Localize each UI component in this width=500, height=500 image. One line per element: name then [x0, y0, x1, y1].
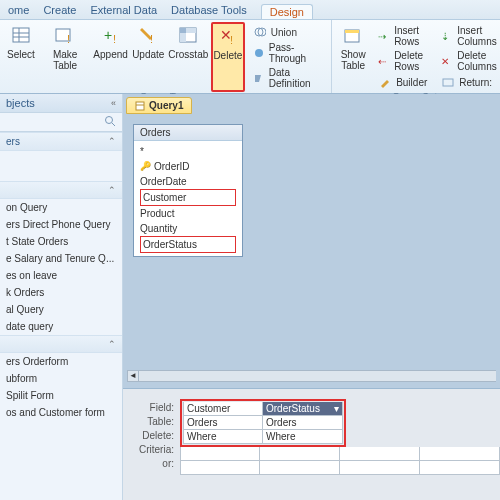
grid-cell[interactable]: Where	[263, 430, 343, 444]
nav-item[interactable]: ubform	[0, 370, 122, 387]
table-field-list: * 🔑OrderIDOrderDateCustomerProductQuanti…	[134, 141, 242, 256]
nav-item[interactable]: k Orders	[0, 284, 122, 301]
field-item[interactable]: 🔑OrderID	[140, 159, 236, 174]
field-item[interactable]: OrderDate	[140, 174, 236, 189]
data-definition-button[interactable]: Data Definition	[250, 66, 324, 90]
make-table-button[interactable]: ! Make Table	[40, 22, 90, 92]
svg-text:!: !	[113, 33, 116, 45]
svg-text:✕: ✕	[441, 56, 449, 67]
svg-point-17	[255, 49, 263, 57]
nav-item[interactable]: os and Customer form	[0, 404, 122, 421]
grid-cell[interactable]	[340, 461, 420, 475]
nav-item[interactable]: ers Direct Phone Query	[0, 216, 122, 233]
nav-category[interactable]: ⌃	[0, 335, 122, 353]
svg-text:!: !	[150, 33, 153, 45]
table-window[interactable]: Orders * 🔑OrderIDOrderDateCustomerProduc…	[133, 124, 243, 257]
query-design-canvas[interactable]: Orders * 🔑OrderIDOrderDateCustomerProduc…	[123, 114, 500, 388]
chevron-up-icon: ⌃	[108, 339, 116, 349]
builder-icon	[378, 75, 392, 89]
insert-cols-icon: ⇣	[441, 29, 453, 43]
grid-cell[interactable]: OrderStatus▾	[263, 402, 343, 416]
nav-item[interactable]: t State Orders	[0, 233, 122, 250]
dropdown-icon[interactable]: ▾	[334, 402, 339, 415]
crosstab-button[interactable]: Crosstab	[168, 22, 209, 92]
delete-rows-icon: ⇠	[378, 54, 390, 68]
grid-highlight: Customer OrderStatus▾ Orders Orders Wher…	[180, 399, 346, 447]
delete-columns-button[interactable]: ✕Delete Columns	[438, 49, 500, 73]
collapse-icon[interactable]: «	[111, 98, 116, 108]
append-button[interactable]: +! Append	[92, 22, 129, 92]
delete-rows-button[interactable]: ⇠Delete Rows	[375, 49, 430, 73]
tab-external-data[interactable]: External Data	[90, 4, 157, 19]
insert-rows-icon: ⇢	[378, 29, 390, 43]
nav-category[interactable]: ers⌃	[0, 132, 122, 151]
nav-item[interactable]: es on leave	[0, 267, 122, 284]
pass-through-button[interactable]: Pass-Through	[250, 41, 324, 65]
show-table-button[interactable]: Show Table	[336, 22, 370, 92]
svg-rect-0	[13, 28, 29, 42]
key-icon: 🔑	[140, 159, 151, 174]
insert-rows-button[interactable]: ⇢Insert Rows	[375, 24, 430, 48]
query-icon	[135, 101, 145, 111]
nav-search[interactable]	[0, 113, 122, 132]
tab-database-tools[interactable]: Database Tools	[171, 4, 247, 19]
scroll-left-icon[interactable]: ◄	[127, 370, 139, 382]
h-scrollbar[interactable]: ◄	[127, 370, 496, 382]
field-item[interactable]: Customer	[140, 189, 236, 206]
tab-home[interactable]: ome	[8, 4, 29, 19]
svg-rect-10	[180, 28, 186, 33]
return-icon	[441, 75, 455, 89]
table-title: Orders	[134, 125, 242, 141]
nav-item[interactable]: e Salary and Tenure Q...	[0, 250, 122, 267]
query-grid: Field: Table: Delete: Criteria: or: Cust…	[123, 388, 500, 500]
grid-cell[interactable]	[420, 447, 500, 461]
svg-rect-12	[186, 28, 196, 33]
svg-point-25	[106, 117, 113, 124]
svg-text:!: !	[230, 34, 233, 46]
field-all[interactable]: *	[140, 144, 236, 159]
svg-line-26	[112, 123, 115, 126]
insert-columns-button[interactable]: ⇣Insert Columns	[438, 24, 500, 48]
nav-item[interactable]: ers Orderform	[0, 353, 122, 370]
grid-cell[interactable]	[420, 461, 500, 475]
delete-icon: ✕!	[217, 26, 239, 48]
data-def-icon	[253, 71, 265, 85]
grid-cell[interactable]: Orders	[263, 416, 343, 430]
ribbon: Select ! Make Table +! Append ! Update C…	[0, 20, 500, 94]
nav-header[interactable]: bjects «	[0, 94, 122, 113]
field-item[interactable]: OrderStatus	[140, 236, 236, 253]
grid-cell[interactable]: Customer	[183, 402, 263, 416]
select-button[interactable]: Select	[4, 22, 38, 92]
nav-category[interactable]: ⌃	[0, 181, 122, 199]
grid-cell[interactable]	[180, 461, 260, 475]
workspace: bjects « ers⌃ ⌃ on Queryers Direct Phone…	[0, 94, 500, 500]
nav-item[interactable]: Spilit Form	[0, 387, 122, 404]
nav-item[interactable]: on Query	[0, 199, 122, 216]
svg-rect-27	[136, 102, 144, 110]
grid-cell[interactable]	[260, 461, 340, 475]
grid-row-labels: Field: Table: Delete: Criteria: or:	[123, 389, 178, 500]
pass-through-icon	[253, 46, 265, 60]
grid-cell[interactable]	[180, 447, 260, 461]
grid-cell[interactable]	[340, 447, 420, 461]
grid-cell[interactable]: Orders	[183, 416, 263, 430]
builder-button[interactable]: Builder	[375, 74, 430, 90]
grid-cell[interactable]: Where	[183, 430, 263, 444]
nav-item[interactable]: date query	[0, 318, 122, 335]
update-button[interactable]: ! Update	[131, 22, 166, 92]
union-button[interactable]: Union	[250, 24, 324, 40]
tab-design[interactable]: Design	[261, 4, 313, 19]
nav-item[interactable]: al Query	[0, 301, 122, 318]
field-item[interactable]: Product	[140, 206, 236, 221]
svg-text:+: +	[104, 27, 112, 43]
grid-cell[interactable]	[260, 447, 340, 461]
field-item[interactable]: Quantity	[140, 221, 236, 236]
delete-button[interactable]: ✕! Delete	[211, 22, 245, 92]
update-icon: !	[137, 25, 159, 47]
search-icon	[104, 115, 116, 127]
query-tab[interactable]: Query1	[126, 97, 192, 114]
return-button[interactable]: Return:	[438, 74, 500, 90]
tab-create[interactable]: Create	[43, 4, 76, 19]
grid-body[interactable]: Customer OrderStatus▾ Orders Orders Wher…	[178, 389, 500, 500]
svg-text:!: !	[67, 33, 70, 45]
